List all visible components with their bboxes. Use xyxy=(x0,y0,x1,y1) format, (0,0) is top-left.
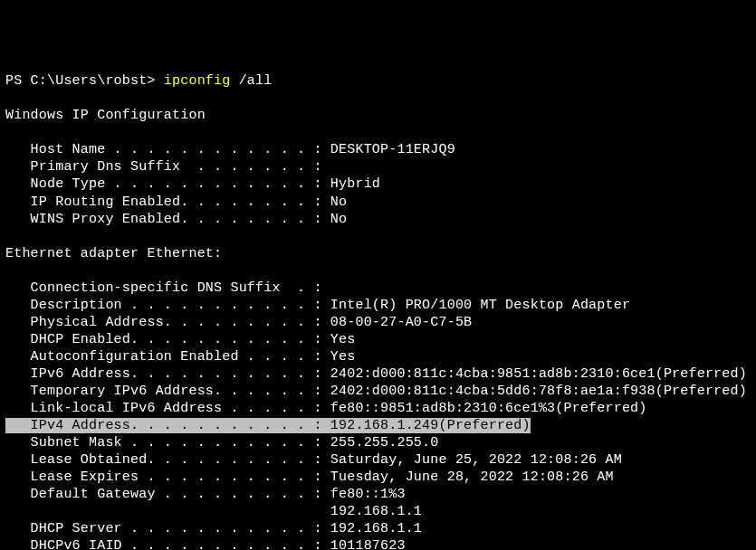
link-local-ipv6-line: Link-local IPv6 Address . . . . . : fe80… xyxy=(5,401,647,416)
terminal-output[interactable]: PS C:\Users\robst> ipconfig /all Windows… xyxy=(5,72,751,550)
dhcp-enabled-line: DHCP Enabled. . . . . . . . . . . : Yes xyxy=(5,332,355,347)
temp-ipv6-line: Temporary IPv6 Address. . . . . . : 2402… xyxy=(5,384,747,399)
subnet-mask-line: Subnet Mask . . . . . . . . . . . : 255.… xyxy=(5,435,438,450)
host-name-line: Host Name . . . . . . . . . . . . : DESK… xyxy=(5,142,455,157)
adapter-header: Ethernet adapter Ethernet: xyxy=(5,246,222,261)
primary-dns-line: Primary Dns Suffix . . . . . . . : xyxy=(5,159,322,175)
ip-routing-line: IP Routing Enabled. . . . . . . . : No xyxy=(5,194,347,210)
section-ip-config-header: Windows IP Configuration xyxy=(5,108,206,123)
command-name: ipconfig xyxy=(164,73,231,89)
lease-expires-line: Lease Expires . . . . . . . . . . : Tues… xyxy=(5,469,614,485)
default-gateway-line-1: Default Gateway . . . . . . . . . : fe80… xyxy=(5,487,406,502)
lease-obtained-line: Lease Obtained. . . . . . . . . . : Satu… xyxy=(5,452,622,468)
node-type-line: Node Type . . . . . . . . . . . . : Hybr… xyxy=(5,176,380,192)
wins-proxy-line: WINS Proxy Enabled. . . . . . . . : No xyxy=(5,212,347,227)
dhcpv6-iaid-line: DHCPv6 IAID . . . . . . . . . . . : 1011… xyxy=(5,538,406,550)
ipv6-address-line: IPv6 Address. . . . . . . . . . . : 2402… xyxy=(5,366,747,382)
prompt-line: PS C:\Users\robst> ipconfig /all xyxy=(5,73,272,89)
autoconfig-line: Autoconfiguration Enabled . . . . : Yes xyxy=(5,349,355,365)
command-args: /all xyxy=(230,73,272,89)
dhcp-server-line: DHCP Server . . . . . . . . . . . : 192.… xyxy=(5,521,422,536)
physical-address-line: Physical Address. . . . . . . . . : 08-0… xyxy=(5,315,472,330)
conn-suffix-line: Connection-specific DNS Suffix . : xyxy=(5,280,322,296)
ps-prompt: PS C:\Users\robst> xyxy=(5,73,164,89)
description-line: Description . . . . . . . . . . . : Inte… xyxy=(5,298,630,313)
default-gateway-line-2: 192.168.1.1 xyxy=(5,504,422,519)
ipv4-address-line-highlighted: IPv4 Address. . . . . . . . . . . : 192.… xyxy=(5,418,531,433)
